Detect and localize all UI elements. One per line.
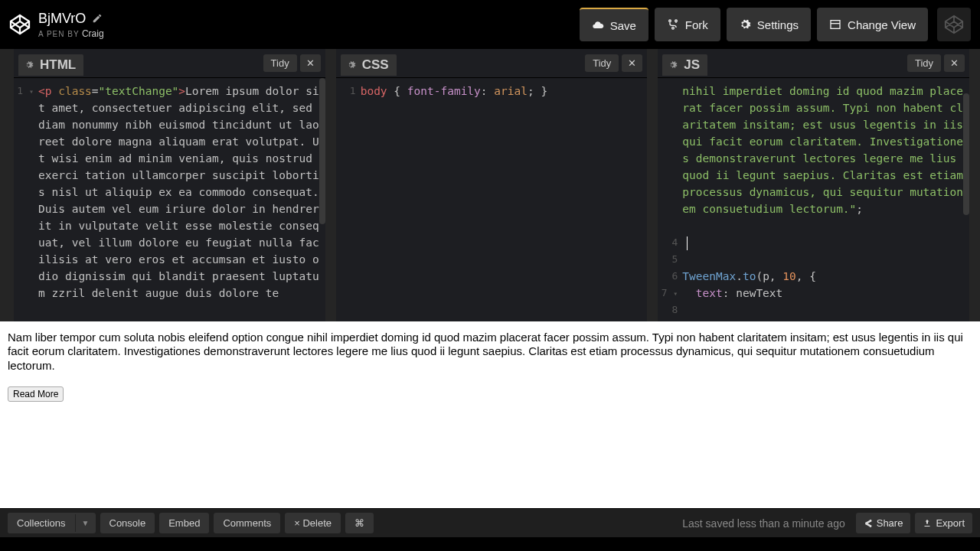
pen-title[interactable]: BjMVrO xyxy=(38,11,86,27)
share-label: Share xyxy=(877,517,903,529)
fork-icon xyxy=(667,18,679,31)
preview-pane: Nam liber tempor cum soluta nobis eleife… xyxy=(0,321,980,508)
close-css-button[interactable]: ✕ xyxy=(622,54,642,72)
header-buttons: Save Fork Settings Change View xyxy=(580,8,971,41)
pane-title-js: JS xyxy=(684,57,700,73)
css-editor[interactable]: 1 body { font-family: arial; } xyxy=(336,78,648,321)
save-label: Save xyxy=(610,19,636,32)
line-number: 4 xyxy=(658,234,678,251)
scrollbar[interactable] xyxy=(319,78,325,224)
gear-icon[interactable] xyxy=(345,60,356,70)
user-avatar[interactable] xyxy=(937,8,971,41)
settings-label: Settings xyxy=(757,18,799,31)
export-button[interactable]: Export xyxy=(915,513,972,533)
line-number: 1 xyxy=(17,85,23,96)
tidy-html-button[interactable]: Tidy xyxy=(263,54,297,72)
fork-label: Fork xyxy=(685,18,708,31)
share-icon xyxy=(864,519,873,528)
export-label: Export xyxy=(936,517,965,529)
read-more-button[interactable]: Read More xyxy=(8,386,64,402)
change-view-label: Change View xyxy=(848,18,916,31)
css-pane: CSS Tidy ✕ 1 body { font-family: arial; … xyxy=(336,49,648,321)
close-html-button[interactable]: ✕ xyxy=(300,54,321,72)
line-number: 1 xyxy=(350,85,356,96)
console-button[interactable]: Console xyxy=(100,513,155,533)
js-editor[interactable]: 4 5 6 7 8 nihil imperdiet doming id quod… xyxy=(658,78,969,321)
gear-icon[interactable] xyxy=(23,60,34,70)
shortcuts-button[interactable]: ⌘ xyxy=(345,513,374,533)
pen-author[interactable]: Craig xyxy=(82,28,104,39)
css-code[interactable]: body { font-family: arial; } xyxy=(359,78,648,321)
share-button[interactable]: Share xyxy=(856,513,911,533)
layout-icon xyxy=(829,18,841,31)
js-code[interactable]: nihil imperdiet doming id quod mazim pla… xyxy=(681,78,969,321)
gear-icon[interactable] xyxy=(667,60,678,70)
header: BjMVrO A PEN BY Craig Save Fork Settings… xyxy=(0,0,980,49)
pane-title-html: HTML xyxy=(40,57,76,73)
change-view-button[interactable]: Change View xyxy=(817,8,928,41)
codepen-logo-icon[interactable] xyxy=(9,14,31,35)
js-pane: JS Tidy ✕ 4 5 6 7 8 nihil imperdiet domi… xyxy=(658,49,969,321)
html-code[interactable]: <p class="textChange">Lorem ipsum dolor … xyxy=(37,78,325,321)
editor-panes: HTML Tidy ✕ 1 <p class="textChange">Lore… xyxy=(0,49,980,321)
save-status: Last saved less than a minute ago xyxy=(682,517,844,530)
fork-button[interactable]: Fork xyxy=(655,8,720,41)
save-button[interactable]: Save xyxy=(580,8,648,41)
footer: Collections ▼ Console Embed Comments × D… xyxy=(0,508,980,537)
scrollbar[interactable] xyxy=(963,93,969,215)
pane-title-css: CSS xyxy=(362,57,389,73)
close-js-button[interactable]: ✕ xyxy=(944,54,965,72)
line-number: 5 xyxy=(658,251,678,268)
collections-button[interactable]: Collections xyxy=(8,513,75,533)
cloud-icon xyxy=(592,19,604,31)
text-cursor xyxy=(687,236,688,250)
export-icon xyxy=(923,519,932,528)
html-pane: HTML Tidy ✕ 1 <p class="textChange">Lore… xyxy=(14,49,325,321)
delete-button[interactable]: × Delete xyxy=(285,513,341,533)
line-number: 8 xyxy=(658,302,678,318)
collections-dropdown-icon[interactable]: ▼ xyxy=(75,514,96,532)
preview-paragraph: Nam liber tempor cum soluta nobis eleife… xyxy=(8,331,972,373)
line-number: 6 xyxy=(658,268,678,285)
settings-button[interactable]: Settings xyxy=(727,8,811,41)
comments-button[interactable]: Comments xyxy=(214,513,280,533)
tidy-js-button[interactable]: Tidy xyxy=(907,54,941,72)
pen-byline-prefix: A PEN BY xyxy=(38,30,80,38)
pen-info: BjMVrO A PEN BY Craig xyxy=(38,11,580,39)
line-number: 7 xyxy=(662,287,668,298)
embed-button[interactable]: Embed xyxy=(159,513,209,533)
html-editor[interactable]: 1 <p class="textChange">Lorem ipsum dolo… xyxy=(14,78,325,321)
edit-title-icon[interactable] xyxy=(92,13,103,24)
svg-rect-0 xyxy=(831,21,840,29)
tidy-css-button[interactable]: Tidy xyxy=(585,54,619,72)
gear-icon xyxy=(739,18,751,31)
